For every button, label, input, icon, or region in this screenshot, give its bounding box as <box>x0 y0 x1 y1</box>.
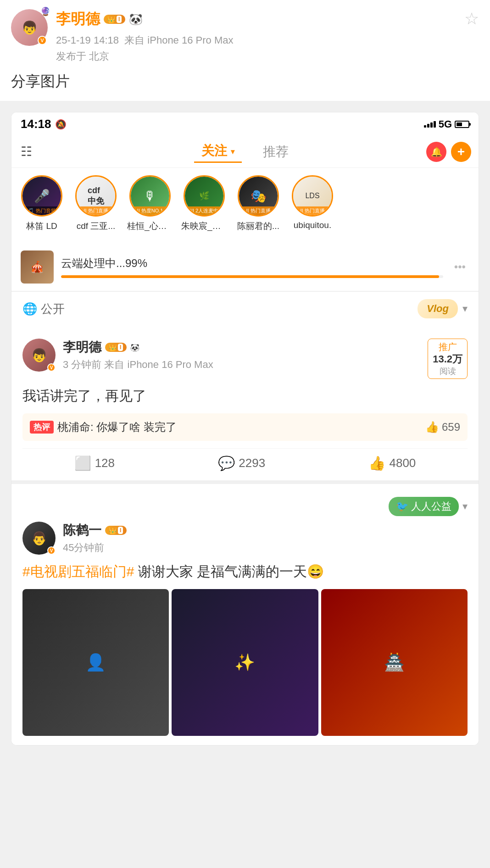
feed-post-meta: 3 分钟前 来自 iPhone 16 Pro Max <box>63 358 420 372</box>
repost-icon: ⬜ <box>74 455 91 471</box>
comment-icon: 💬 <box>218 455 235 471</box>
tab-recommend[interactable]: 推荐 <box>256 141 296 162</box>
story-circle[interactable]: cdf中免 II 热门直播 <box>75 175 117 217</box>
crown-icon: 👑 <box>107 16 115 23</box>
panda-icon: 🐼 <box>130 343 139 352</box>
story-label: ubiquitou. <box>290 220 335 230</box>
user-name-row: 李明德 👑 I 🐼 <box>56 9 479 29</box>
verified-badge: V <box>47 546 56 555</box>
network-label: 5G <box>439 118 452 130</box>
processing-text: 云端处理中...99% <box>61 256 443 271</box>
story-item[interactable]: 🎭 II 热门直播 陈丽君的... <box>235 175 281 232</box>
more-options-button[interactable]: ••• <box>451 257 469 277</box>
stories-row: 🎤 🎵 热门音频 林笛 LD cdf中免 II 热门直播 cdf 三亚... 🎙… <box>11 168 479 239</box>
signal-bars-icon <box>424 121 436 128</box>
like-icon: 👍 <box>368 455 385 471</box>
vlog-sticker: Vlog <box>418 299 458 318</box>
story-item[interactable]: 🎙 II 热度NO.1 桂恒_心灵... <box>127 175 173 232</box>
feed-user-info: 李明德 👑 I 🐼 3 分钟前 来自 iPhone 16 Pro Max <box>63 339 420 372</box>
verified-badge: V <box>38 36 47 45</box>
processing-thumbnail: 🎪 <box>21 250 54 284</box>
status-bar: 14:18 🔕 5G <box>11 112 479 136</box>
feed-post-2-header: 👨 V 陈鹤一 👑 I 45分钟前 <box>22 522 468 555</box>
crown-icon: 👑 <box>109 344 117 351</box>
story-label: 林笛 LD <box>19 220 65 232</box>
reads-label: 阅读 <box>433 366 462 377</box>
feed-user-name-row: 李明德 👑 I 🐼 <box>63 339 420 356</box>
bell-icon: 🔔 <box>431 146 442 157</box>
rank-badge: 👑 I <box>105 343 127 352</box>
hot-tag: 热评 <box>30 421 54 434</box>
progress-bar-background <box>61 275 443 278</box>
processing-post: 🎪 云端处理中...99% ••• <box>11 243 479 291</box>
story-circle[interactable]: LDS II 热门直播 <box>292 175 333 217</box>
feed-post-header: 👦 V 李明德 👑 I 🐼 3 分钟前 来自 iPhone 16 Pro Max… <box>22 339 468 379</box>
hot-comment-text: 桃浦命: 你爆了啥 装完了 <box>57 420 425 434</box>
post-meta: 25-1-19 14:18 来自 iPhone 16 Pro Max 发布于 北… <box>56 32 479 64</box>
story-item[interactable]: 🎤 🎵 热门音频 林笛 LD <box>19 175 65 232</box>
story-item[interactable]: LDS II 热门直播 ubiquitou. <box>290 175 335 232</box>
story-badge: II 热门直播 <box>77 206 115 215</box>
feed-avatar-2[interactable]: 👨 V <box>22 522 56 555</box>
hashtag: #电视剧五福临门# <box>22 564 134 579</box>
user-info: 李明德 👑 I 🐼 25-1-19 14:18 来自 iPhone 16 Pro… <box>56 9 479 64</box>
story-label: 朱映宸_北辰指南仪 <box>181 220 227 232</box>
rank-number: I <box>118 527 123 534</box>
thumbup-icon: 👍 <box>425 421 439 434</box>
repost-button[interactable]: ⬜ 128 <box>74 455 115 471</box>
top-post-header: 👦 V 🔮 李明德 👑 I 🐼 25-1-19 14:18 来自 iPhone … <box>0 0 490 72</box>
verified-badge: V <box>47 363 56 372</box>
repost-count: 128 <box>95 456 115 470</box>
feed-post-2: 🐦 人人公益 ▾ 👨 V 陈鹤一 👑 I 45分钟前 <box>11 488 479 745</box>
privacy-left: 🌐 公开 <box>22 301 65 317</box>
feed-avatar[interactable]: 👦 V <box>22 339 56 372</box>
rank-badge: 👑 I <box>104 15 125 24</box>
like-button[interactable]: 👍 4800 <box>368 455 416 471</box>
panda-icon: 🐼 <box>129 13 143 26</box>
story-circle[interactable]: 🎤 🎵 热门音频 <box>21 175 62 217</box>
comment-button[interactable]: 💬 2293 <box>218 455 265 471</box>
calendar-icon[interactable]: ☷ <box>21 144 32 159</box>
story-item[interactable]: cdf中免 II 热门直播 cdf 三亚... <box>73 175 119 232</box>
story-circle[interactable]: 🎙 II 热度NO.1 <box>129 175 171 217</box>
vlog-sticker-area: Vlog ▾ <box>418 299 468 318</box>
story-label: cdf 三亚... <box>73 220 119 232</box>
story-badge: II 热门直播 <box>293 206 332 215</box>
feed-post-2-text: #电视剧五福临门# 谢谢大家 是福气满满的一天😄 <box>22 561 468 582</box>
processing-info: 云端处理中...99% <box>61 256 443 278</box>
create-post-button[interactable]: + <box>451 142 471 162</box>
phone-screenshot: 14:18 🔕 5G ☷ 关注 ▾ 推荐 🔔 <box>11 112 479 745</box>
hot-comment: 热评 桃浦命: 你爆了啥 装完了 👍 659 <box>22 413 468 441</box>
story-circle[interactable]: 🌿 III 2人连麦中 <box>184 175 225 217</box>
charity-icon: 🐦 <box>396 501 408 512</box>
post-image-1[interactable]: 👤 <box>22 589 169 735</box>
rank-number: I <box>118 344 123 351</box>
story-badge: II 热门直播 <box>239 206 278 215</box>
rank-number: I <box>117 16 122 23</box>
feed-user-2-name: 陈鹤一 <box>63 522 101 539</box>
story-circle[interactable]: 🎭 II 热门直播 <box>238 175 279 217</box>
story-label: 陈丽君的... <box>235 220 281 232</box>
like-count: 659 <box>442 421 460 434</box>
tab-follow[interactable]: 关注 ▾ <box>194 140 242 163</box>
battery-icon <box>455 121 469 128</box>
privacy-label: 公开 <box>41 301 65 317</box>
notification-button[interactable]: 🔔 <box>426 142 446 162</box>
reads-count: 13.2万 <box>433 353 462 366</box>
story-item[interactable]: 🌿 III 2人连麦中 朱映宸_北辰指南仪 <box>181 175 227 232</box>
avatar-decoration-icon: 🔮 <box>40 6 50 17</box>
avatar[interactable]: 👦 V 🔮 <box>11 9 48 46</box>
post-image-3[interactable]: 🏯 <box>321 589 468 735</box>
section-divider <box>11 480 479 484</box>
bookmark-button[interactable]: ☆ <box>464 9 479 28</box>
crown-icon: 👑 <box>109 527 117 534</box>
chevron-down-icon[interactable]: ▾ <box>462 303 468 315</box>
post-title: 分享图片 <box>0 72 490 105</box>
battery-fill <box>457 122 462 126</box>
post-image-2[interactable]: ✨ <box>172 589 318 735</box>
status-right: 5G <box>424 118 469 130</box>
privacy-row: 🌐 公开 Vlog ▾ <box>11 291 479 326</box>
chevron-down-icon[interactable]: ▾ <box>462 501 468 512</box>
story-badge: II 热度NO.1 <box>131 206 169 215</box>
feed-actions: ⬜ 128 💬 2293 👍 4800 <box>22 448 468 471</box>
